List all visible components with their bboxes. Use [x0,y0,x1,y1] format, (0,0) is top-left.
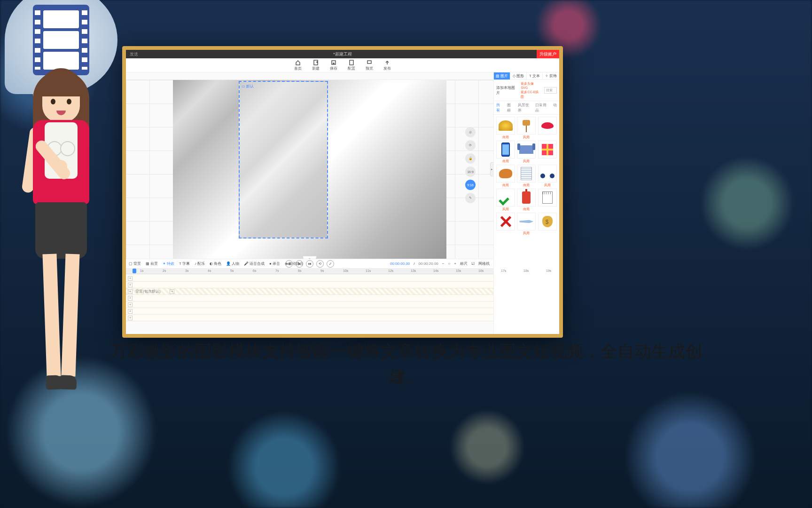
tb-background[interactable]: ▢ 背景 [129,261,141,266]
asset-gold-bowl[interactable]: 商用 [496,117,515,140]
tb-tts[interactable]: 🎤 语音合成 [244,261,265,266]
ruler-tick: 13s [411,269,416,272]
zoom-out[interactable]: − [442,262,445,266]
fullscreen-button[interactable]: ⤢ [327,260,334,268]
timeline-ruler[interactable]: 1s2s3s4s5s6s7s8s9s10s11s12s13s14s15s16s1… [126,269,493,274]
link-more-svg[interactable]: 更多头像SVG [521,81,539,89]
canvas[interactable]: ▭ 默认 ◎ ⟳ 🔒 16:9 9:16 ✎ ▸ ▾ [126,80,493,259]
asset-grid: 商用 风用 商用 风用 商用 商用 风用 风用 商用 [494,115,559,334]
titlebar-left[interactable]: 发送 [130,51,138,57]
preview-icon [367,60,372,65]
caption-line-2: 建。 [5,364,807,389]
asset-suitcase[interactable]: 商用 [516,189,536,212]
upgrade-button[interactable]: 升级账户 [537,50,559,58]
ruler-tick: 5s [230,269,234,272]
cat-more[interactable]: 动 [553,103,557,113]
track-number: 1.1 [122,276,125,280]
tb-record[interactable]: ● 录音 [269,261,280,266]
tool-lock[interactable]: 🔒 [465,153,476,164]
zoom-in[interactable]: + [454,262,456,266]
asset-chicken[interactable]: 商用 [496,165,515,188]
asset-moneybag[interactable] [538,213,557,236]
cat-daily[interactable]: 日常用品 [535,103,549,113]
titlebar: 发送 *新建工程 升级账户 [126,50,559,58]
ruler-tick: 3s [185,269,188,272]
tool-ratio-169[interactable]: 16:9 [465,167,476,177]
cat-icon[interactable]: 图标 [507,103,514,113]
time-current: 00:00:00.00 [390,262,410,266]
add-clip-button[interactable]: + [128,302,133,307]
ruler-tick: 8s [298,269,301,272]
ruler-tick: 4s [208,269,211,272]
canvas-selection[interactable]: ▭ 默认 [239,81,328,238]
tab-shape[interactable]: ◇ 图形 [510,72,527,79]
add-clip-button[interactable]: + [128,289,133,294]
add-clip-button[interactable]: + [128,276,133,281]
asset-checkmark[interactable]: 风用 [496,189,515,212]
asset-x-mark[interactable] [496,213,515,236]
tb-effects[interactable]: ✦ 特效 [163,261,174,266]
top-menu: 首页 新建 保存 配置 预览 发布 [126,58,559,72]
ruler-tick: 11s [366,269,371,272]
cat-scene[interactable]: 风景世界 [518,103,532,113]
asset-search[interactable]: 搜索 [544,87,557,94]
ruler-tick: 7s [275,269,279,272]
asset-phone[interactable]: 商用 [496,141,515,164]
asset-airplane[interactable]: 风用 [516,213,536,236]
tab-deco[interactable]: ✧ 装饰 [543,72,559,79]
ruler-tick: 14s [433,269,438,272]
playhead[interactable] [133,269,136,273]
tool-edit[interactable]: ✎ [465,193,476,203]
tab-text[interactable]: T 文本 [527,72,543,79]
asset-sofa[interactable]: 风用 [516,141,536,164]
timeline-track[interactable]: + [126,282,493,288]
timeline-track[interactable]: + [126,302,493,308]
menu-save[interactable]: 保存 [330,60,337,71]
ruler-tick: 6s [253,269,256,272]
add-clip-button[interactable]: + [128,283,133,287]
tb-subtitle[interactable]: T 字幕 [179,261,190,266]
ruler-tick: 1s [140,269,143,272]
asset-notepad[interactable] [538,189,557,212]
align-tool[interactable] [128,74,133,79]
timeline-track[interactable]: 1.1 + [126,275,493,282]
asset-motorcycle[interactable]: 风用 [538,165,557,188]
play-button[interactable]: ▶ [296,260,303,268]
timeline-track[interactable]: + [126,315,493,321]
tb-music[interactable]: ♪ 配乐 [195,261,205,266]
timeline[interactable]: 1s2s3s4s5s6s7s8s9s10s11s12s13s14s15s16s1… [126,268,493,334]
timeline-track[interactable]: + [126,308,493,315]
tool-target[interactable]: ◎ [465,127,476,137]
asset-lips[interactable] [538,117,557,140]
link-more-cc0[interactable]: 更多CC-0插图 [521,90,539,99]
tool-ratio-916[interactable]: 9:16 [465,180,476,190]
loop-button[interactable]: ⟲ [316,260,324,268]
tb-foreground[interactable]: ▦ 前景 [146,261,158,266]
menu-config[interactable]: 配置 [348,60,355,71]
tb-color[interactable]: ◐ 角色 [210,261,221,266]
asset-papers[interactable]: 商用 [516,165,536,188]
tool-refresh[interactable]: ⟳ [465,140,476,151]
tb-avatar[interactable]: 👤 人物 [226,261,239,266]
add-clip-button[interactable]: + [128,309,133,314]
asset-signpost[interactable]: 风用 [516,117,536,140]
menu-preview[interactable]: 预览 [366,60,373,71]
playback-controls: ⏮ ▶ ⏭ ⟲ ⤢ [285,260,334,268]
tab-image[interactable]: ▨ 图片 [494,72,510,79]
timeline-track[interactable]: + [126,295,493,302]
cat-all[interactable]: 所有 [496,103,503,113]
asset-gift[interactable] [538,141,557,164]
menu-home[interactable]: 首页 [294,60,302,71]
next-button[interactable]: ⏭ [306,260,313,268]
add-clip-button[interactable]: + [128,296,133,301]
panel-expand-handle[interactable]: ▸ [490,162,493,176]
svg-rect-3 [367,61,371,64]
menu-publish[interactable]: 发布 [383,60,391,71]
zoom-slider[interactable]: ○ [448,262,450,266]
add-local-image[interactable]: 添加本地图片 [496,85,516,95]
timeline-track-bg[interactable]: + 背景(包含默认) + [126,288,493,295]
prev-button[interactable]: ⏮ [285,260,293,268]
add-clip-button[interactable]: + [170,289,174,294]
add-clip-button[interactable]: + [128,316,133,320]
menu-new[interactable]: 新建 [312,60,320,71]
